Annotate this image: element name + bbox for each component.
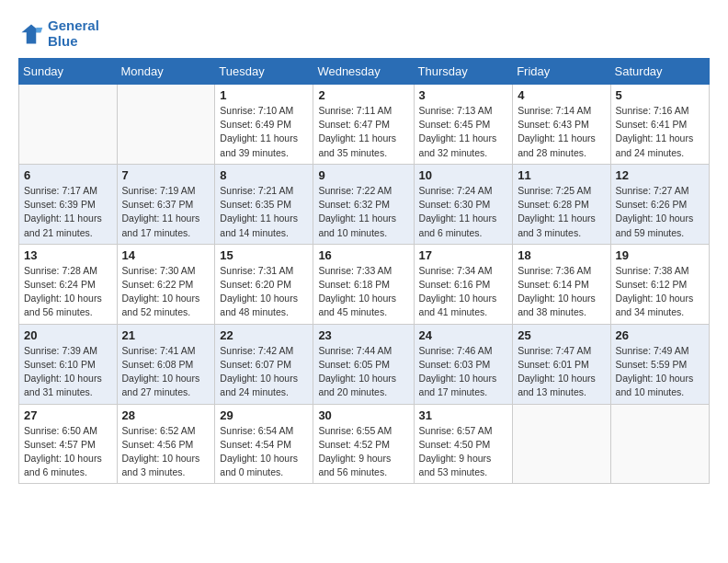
day-detail: Sunrise: 7:41 AM Sunset: 6:08 PM Dayligh… <box>122 344 210 400</box>
day-number: 12 <box>616 168 704 182</box>
day-detail: Sunrise: 7:36 AM Sunset: 6:14 PM Dayligh… <box>518 264 605 320</box>
calendar-cell: 28Sunrise: 6:52 AM Sunset: 4:56 PM Dayli… <box>117 404 215 484</box>
logo-text: General Blue <box>48 18 99 49</box>
weekday-header-thursday: Thursday <box>414 59 513 85</box>
calendar-cell: 18Sunrise: 7:36 AM Sunset: 6:14 PM Dayli… <box>513 244 610 324</box>
calendar-cell: 27Sunrise: 6:50 AM Sunset: 4:57 PM Dayli… <box>19 404 118 484</box>
calendar-cell: 14Sunrise: 7:30 AM Sunset: 6:22 PM Dayli… <box>117 244 215 324</box>
day-number: 11 <box>518 168 605 182</box>
day-detail: Sunrise: 7:24 AM Sunset: 6:30 PM Dayligh… <box>419 184 508 240</box>
weekday-header-tuesday: Tuesday <box>215 59 313 85</box>
day-detail: Sunrise: 7:14 AM Sunset: 6:43 PM Dayligh… <box>518 104 605 160</box>
day-number: 13 <box>24 248 112 262</box>
day-number: 4 <box>518 88 605 102</box>
logo: General Blue <box>18 18 99 49</box>
day-detail: Sunrise: 7:27 AM Sunset: 6:26 PM Dayligh… <box>616 184 704 240</box>
day-number: 5 <box>616 88 704 102</box>
day-detail: Sunrise: 7:13 AM Sunset: 6:45 PM Dayligh… <box>419 104 508 160</box>
header: General Blue <box>18 18 710 49</box>
calendar-cell: 2Sunrise: 7:11 AM Sunset: 6:47 PM Daylig… <box>313 85 414 165</box>
calendar-cell: 24Sunrise: 7:46 AM Sunset: 6:03 PM Dayli… <box>414 324 513 404</box>
day-number: 28 <box>122 408 210 422</box>
calendar-cell: 22Sunrise: 7:42 AM Sunset: 6:07 PM Dayli… <box>215 324 313 404</box>
calendar-cell: 7Sunrise: 7:19 AM Sunset: 6:37 PM Daylig… <box>117 164 215 244</box>
calendar-cell: 10Sunrise: 7:24 AM Sunset: 6:30 PM Dayli… <box>414 164 513 244</box>
calendar-cell: 26Sunrise: 7:49 AM Sunset: 5:59 PM Dayli… <box>610 324 709 404</box>
weekday-header-friday: Friday <box>513 59 610 85</box>
day-detail: Sunrise: 7:42 AM Sunset: 6:07 PM Dayligh… <box>220 344 308 400</box>
calendar-cell: 21Sunrise: 7:41 AM Sunset: 6:08 PM Dayli… <box>117 324 215 404</box>
day-number: 29 <box>220 408 308 422</box>
day-detail: Sunrise: 7:17 AM Sunset: 6:39 PM Dayligh… <box>24 184 112 240</box>
day-detail: Sunrise: 7:11 AM Sunset: 6:47 PM Dayligh… <box>318 104 408 160</box>
svg-marker-1 <box>36 28 42 32</box>
weekday-header-monday: Monday <box>117 59 215 85</box>
day-number: 7 <box>122 168 210 182</box>
day-number: 18 <box>518 248 605 262</box>
day-number: 21 <box>122 328 210 342</box>
day-detail: Sunrise: 7:16 AM Sunset: 6:41 PM Dayligh… <box>616 104 704 160</box>
day-number: 30 <box>318 408 408 422</box>
calendar-cell: 30Sunrise: 6:55 AM Sunset: 4:52 PM Dayli… <box>313 404 414 484</box>
day-number: 1 <box>220 88 308 102</box>
day-detail: Sunrise: 7:38 AM Sunset: 6:12 PM Dayligh… <box>616 264 704 320</box>
day-detail: Sunrise: 7:46 AM Sunset: 6:03 PM Dayligh… <box>419 344 508 400</box>
calendar-cell: 29Sunrise: 6:54 AM Sunset: 4:54 PM Dayli… <box>215 404 313 484</box>
calendar-cell: 8Sunrise: 7:21 AM Sunset: 6:35 PM Daylig… <box>215 164 313 244</box>
day-detail: Sunrise: 6:55 AM Sunset: 4:52 PM Dayligh… <box>318 424 408 480</box>
calendar-cell <box>117 85 215 165</box>
day-detail: Sunrise: 7:47 AM Sunset: 6:01 PM Dayligh… <box>518 344 605 400</box>
calendar-cell: 20Sunrise: 7:39 AM Sunset: 6:10 PM Dayli… <box>19 324 118 404</box>
weekday-header-saturday: Saturday <box>610 59 709 85</box>
calendar-cell: 13Sunrise: 7:28 AM Sunset: 6:24 PM Dayli… <box>19 244 118 324</box>
calendar-cell: 16Sunrise: 7:33 AM Sunset: 6:18 PM Dayli… <box>313 244 414 324</box>
day-detail: Sunrise: 7:39 AM Sunset: 6:10 PM Dayligh… <box>24 344 112 400</box>
day-number: 22 <box>220 328 308 342</box>
calendar-cell: 6Sunrise: 7:17 AM Sunset: 6:39 PM Daylig… <box>19 164 118 244</box>
calendar-cell: 17Sunrise: 7:34 AM Sunset: 6:16 PM Dayli… <box>414 244 513 324</box>
calendar-week-row: 1Sunrise: 7:10 AM Sunset: 6:49 PM Daylig… <box>19 85 710 165</box>
day-detail: Sunrise: 7:10 AM Sunset: 6:49 PM Dayligh… <box>220 104 308 160</box>
day-number: 16 <box>318 248 408 262</box>
day-detail: Sunrise: 6:52 AM Sunset: 4:56 PM Dayligh… <box>122 424 210 480</box>
day-detail: Sunrise: 6:50 AM Sunset: 4:57 PM Dayligh… <box>24 424 112 480</box>
calendar-cell: 15Sunrise: 7:31 AM Sunset: 6:20 PM Dayli… <box>215 244 313 324</box>
calendar-cell: 23Sunrise: 7:44 AM Sunset: 6:05 PM Dayli… <box>313 324 414 404</box>
day-number: 26 <box>616 328 704 342</box>
day-number: 14 <box>122 248 210 262</box>
calendar-cell: 1Sunrise: 7:10 AM Sunset: 6:49 PM Daylig… <box>215 85 313 165</box>
calendar-cell: 5Sunrise: 7:16 AM Sunset: 6:41 PM Daylig… <box>610 85 709 165</box>
day-detail: Sunrise: 7:22 AM Sunset: 6:32 PM Dayligh… <box>318 184 408 240</box>
calendar-week-row: 20Sunrise: 7:39 AM Sunset: 6:10 PM Dayli… <box>19 324 710 404</box>
logo-icon <box>18 21 44 47</box>
day-detail: Sunrise: 7:25 AM Sunset: 6:28 PM Dayligh… <box>518 184 605 240</box>
calendar-week-row: 6Sunrise: 7:17 AM Sunset: 6:39 PM Daylig… <box>19 164 710 244</box>
day-number: 27 <box>24 408 112 422</box>
calendar-cell <box>610 404 709 484</box>
day-number: 15 <box>220 248 308 262</box>
day-number: 3 <box>419 88 508 102</box>
calendar-cell <box>513 404 610 484</box>
day-number: 25 <box>518 328 605 342</box>
calendar-cell: 3Sunrise: 7:13 AM Sunset: 6:45 PM Daylig… <box>414 85 513 165</box>
calendar-cell: 25Sunrise: 7:47 AM Sunset: 6:01 PM Dayli… <box>513 324 610 404</box>
day-detail: Sunrise: 7:44 AM Sunset: 6:05 PM Dayligh… <box>318 344 408 400</box>
day-detail: Sunrise: 7:19 AM Sunset: 6:37 PM Dayligh… <box>122 184 210 240</box>
day-number: 31 <box>419 408 508 422</box>
day-number: 17 <box>419 248 508 262</box>
calendar-cell: 4Sunrise: 7:14 AM Sunset: 6:43 PM Daylig… <box>513 85 610 165</box>
day-detail: Sunrise: 7:31 AM Sunset: 6:20 PM Dayligh… <box>220 264 308 320</box>
day-detail: Sunrise: 7:28 AM Sunset: 6:24 PM Dayligh… <box>24 264 112 320</box>
weekday-header-sunday: Sunday <box>19 59 118 85</box>
calendar-table: SundayMondayTuesdayWednesdayThursdayFrid… <box>18 58 710 484</box>
calendar-week-row: 13Sunrise: 7:28 AM Sunset: 6:24 PM Dayli… <box>19 244 710 324</box>
calendar-cell: 12Sunrise: 7:27 AM Sunset: 6:26 PM Dayli… <box>610 164 709 244</box>
day-number: 24 <box>419 328 508 342</box>
day-number: 8 <box>220 168 308 182</box>
day-detail: Sunrise: 7:34 AM Sunset: 6:16 PM Dayligh… <box>419 264 508 320</box>
weekday-header-row: SundayMondayTuesdayWednesdayThursdayFrid… <box>19 59 710 85</box>
calendar-cell: 19Sunrise: 7:38 AM Sunset: 6:12 PM Dayli… <box>610 244 709 324</box>
day-detail: Sunrise: 7:30 AM Sunset: 6:22 PM Dayligh… <box>122 264 210 320</box>
day-number: 20 <box>24 328 112 342</box>
day-detail: Sunrise: 7:49 AM Sunset: 5:59 PM Dayligh… <box>616 344 704 400</box>
